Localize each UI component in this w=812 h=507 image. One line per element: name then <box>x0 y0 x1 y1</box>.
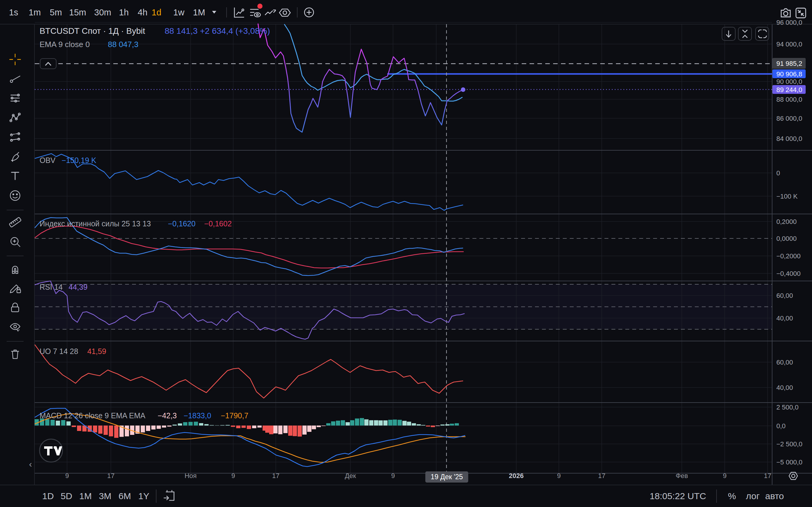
svg-text:MACD 12 26 close 9 EMA EMA: MACD 12 26 close 9 EMA EMA <box>40 411 145 420</box>
svg-text:89 244,0: 89 244,0 <box>776 86 802 94</box>
svg-text:BTCUSDT Спот · 1Д · Bybit: BTCUSDT Спот · 1Д · Bybit <box>40 26 145 36</box>
svg-text:86 000,0: 86 000,0 <box>776 115 802 122</box>
svg-text:−150,19 K: −150,19 K <box>62 156 96 164</box>
svg-text:40,00: 40,00 <box>776 315 793 322</box>
svg-text:9: 9 <box>723 472 726 480</box>
svg-text:0,2000: 0,2000 <box>776 218 797 225</box>
svg-text:41,59: 41,59 <box>87 347 106 355</box>
svg-text:60,00: 60,00 <box>776 292 793 299</box>
svg-text:91 985,2: 91 985,2 <box>776 60 802 67</box>
svg-text:84 000,0: 84 000,0 <box>776 135 802 143</box>
svg-text:9: 9 <box>391 472 395 480</box>
svg-text:−1833,0: −1833,0 <box>184 411 211 420</box>
svg-text:88 141,3 +2 634,4 (+3,08%): 88 141,3 +2 634,4 (+3,08%) <box>165 26 270 36</box>
svg-text:OBV: OBV <box>40 156 56 164</box>
svg-text:19 Дек '25: 19 Дек '25 <box>431 473 463 481</box>
svg-text:UO 7 14 28: UO 7 14 28 <box>40 347 78 355</box>
svg-text:−100 K: −100 K <box>776 192 798 200</box>
svg-text:90 000,0: 90 000,0 <box>776 78 802 86</box>
svg-text:−0,1620: −0,1620 <box>168 219 195 228</box>
svg-text:−1790,7: −1790,7 <box>221 411 248 420</box>
svg-text:9: 9 <box>232 472 235 480</box>
svg-text:RSI 14: RSI 14 <box>40 283 63 291</box>
svg-text:60,00: 60,00 <box>776 358 793 366</box>
svg-text:0,0: 0,0 <box>776 422 786 430</box>
svg-text:40,00: 40,00 <box>776 384 793 391</box>
svg-text:−0,4000: −0,4000 <box>776 270 801 277</box>
svg-text:2 500,0: 2 500,0 <box>776 403 798 411</box>
svg-text:90 906,8: 90 906,8 <box>776 70 802 78</box>
svg-text:88 000,0: 88 000,0 <box>776 96 802 103</box>
svg-text:17: 17 <box>272 472 280 480</box>
svg-text:−0,1602: −0,1602 <box>204 219 232 228</box>
svg-text:17: 17 <box>598 472 605 480</box>
svg-text:Индекс истинной силы 25 13 13: Индекс истинной силы 25 13 13 <box>40 219 151 228</box>
svg-text:17: 17 <box>107 472 114 480</box>
svg-text:0,0000: 0,0000 <box>776 235 797 242</box>
svg-text:0: 0 <box>776 169 780 177</box>
svg-text:17: 17 <box>764 472 771 480</box>
svg-text:94 000,0: 94 000,0 <box>776 41 802 48</box>
svg-text:−5 000,0: −5 000,0 <box>776 458 802 466</box>
svg-text:9: 9 <box>557 472 561 480</box>
svg-text:EMA 9 close 0: EMA 9 close 0 <box>40 40 90 49</box>
svg-text:88 047,3: 88 047,3 <box>108 40 138 49</box>
svg-text:Дек: Дек <box>345 472 356 480</box>
svg-text:44,39: 44,39 <box>68 283 88 291</box>
svg-text:−0,2000: −0,2000 <box>776 252 801 260</box>
svg-text:Фев: Фев <box>676 472 688 480</box>
svg-text:−42,3: −42,3 <box>158 411 177 420</box>
svg-text:2026: 2026 <box>509 472 524 480</box>
svg-text:9: 9 <box>65 472 69 480</box>
svg-text:Ноя: Ноя <box>185 472 197 480</box>
svg-text:−2 500,0: −2 500,0 <box>776 440 802 448</box>
